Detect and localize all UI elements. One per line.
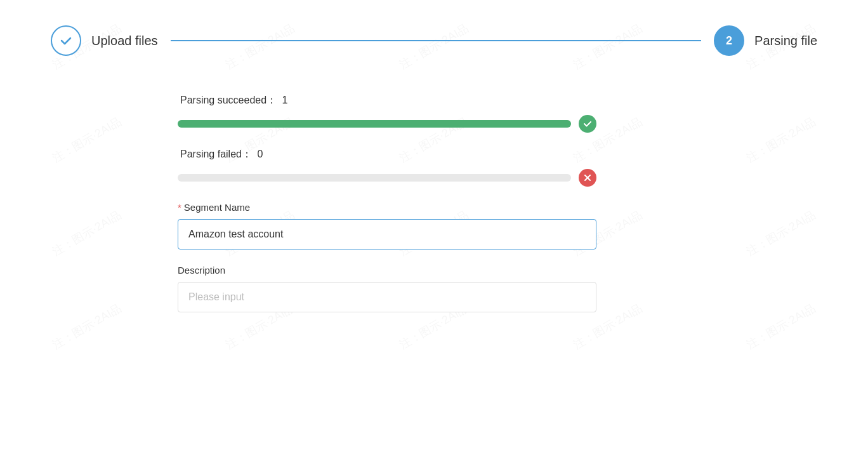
step2-number: 2 [726,34,732,48]
required-star: * [178,202,181,213]
parsing-succeeded-row: Parsing succeeded： 1 [178,94,596,133]
step1-circle [51,25,81,56]
step-2: 2 Parsing file [714,25,817,56]
parsing-succeeded-track [178,120,571,128]
segment-name-group: * Segment Name [178,202,596,250]
parsing-succeeded-icon [579,115,596,133]
parsing-succeeded-label: Parsing succeeded： 1 [178,94,596,107]
parsing-failed-icon [579,169,596,187]
parsing-failed-track [178,174,571,182]
description-input[interactable] [178,282,596,312]
checkmark-icon [59,34,73,48]
step2-label: Parsing file [754,34,817,48]
step1-label: Upload files [91,34,158,48]
segment-name-label: * Segment Name [178,202,596,213]
stepper: Upload files 2 Parsing file [51,25,817,56]
step-connector [171,40,702,41]
form-area: Parsing succeeded： 1 Parsing failed： 0 [178,94,596,312]
parsing-failed-label: Parsing failed： 0 [178,148,596,161]
parsing-failed-row: Parsing failed： 0 [178,148,596,187]
step-1: Upload files [51,25,158,56]
parsing-succeeded-progress-row [178,115,596,133]
step2-circle: 2 [714,25,744,56]
parsing-failed-progress-row [178,169,596,187]
description-label: Description [178,265,596,276]
success-check-icon [583,119,592,128]
segment-name-input[interactable] [178,219,596,250]
description-group: Description [178,265,596,312]
error-x-icon [583,173,592,182]
parsing-succeeded-fill [178,120,571,128]
